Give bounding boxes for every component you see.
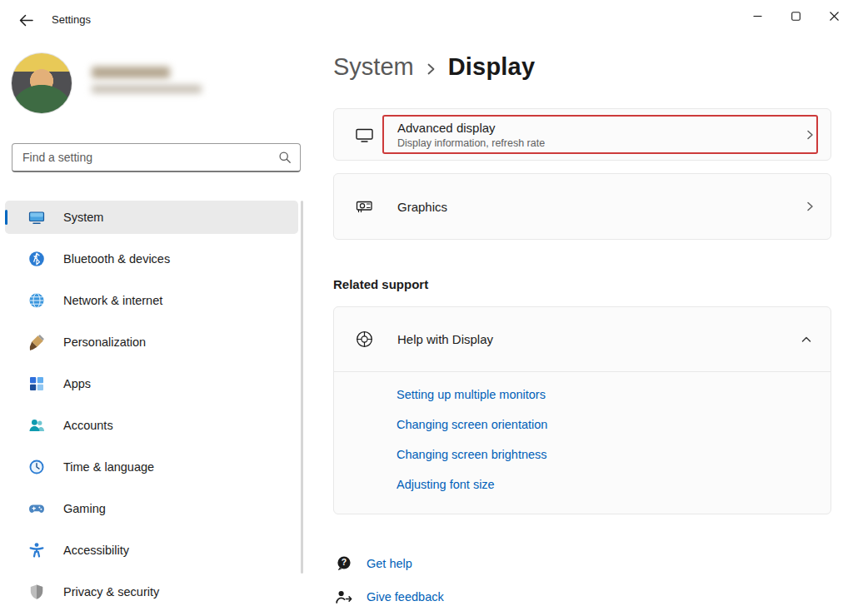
sidebar-item-label: Network & internet <box>63 294 162 307</box>
maximize-icon <box>791 12 801 21</box>
window-title: Settings <box>52 13 91 26</box>
sidebar-item-apps[interactable]: Apps <box>5 367 298 400</box>
sidebar-item-label: System <box>63 211 103 224</box>
help-lifebuoy-icon <box>354 330 374 350</box>
feedback-icon <box>335 588 353 606</box>
settings-window: Settings <box>0 0 853 616</box>
help-with-display-card: Help with Display Setting up multiple mo… <box>333 306 831 514</box>
sidebar-item-label: Bluetooth & devices <box>63 252 170 266</box>
sidebar-item-network-internet[interactable]: Network & internet <box>5 284 298 317</box>
gamepad-icon <box>28 500 45 517</box>
graphics-gpu-icon <box>354 196 374 216</box>
breadcrumb-system[interactable]: System <box>333 53 414 81</box>
sidebar-item-accounts[interactable]: Accounts <box>5 409 298 442</box>
sidebar-item-label: Personalization <box>63 335 146 349</box>
back-button[interactable] <box>10 7 42 32</box>
advanced-display-card[interactable]: Advanced display Display information, re… <box>333 108 831 161</box>
get-help-link[interactable]: ? Get help <box>335 554 412 573</box>
sidebar-item-label: Time & language <box>63 460 154 474</box>
titlebar: Settings <box>0 0 853 40</box>
apps-grid-icon <box>28 375 45 392</box>
give-feedback-link[interactable]: Give feedback <box>335 588 444 606</box>
sidebar-item-label: Accessibility <box>63 544 129 557</box>
help-links-list: Setting up multiple monitors Changing sc… <box>334 372 831 514</box>
sidebar-scrollbar[interactable] <box>301 201 303 574</box>
maximize-button[interactable] <box>776 0 815 32</box>
sidebar-item-label: Gaming <box>63 502 106 515</box>
sidebar-item-label: Privacy & security <box>63 585 159 599</box>
sidebar-item-accessibility[interactable]: Accessibility <box>5 534 298 567</box>
sidebar-item-personalization[interactable]: Personalization <box>5 325 298 359</box>
minimize-icon <box>753 12 762 21</box>
shield-icon <box>28 584 45 600</box>
sidebar-item-label: Accounts <box>63 419 113 432</box>
back-arrow-icon <box>19 14 33 27</box>
sidebar-item-label: Apps <box>63 377 91 390</box>
svg-text:?: ? <box>342 557 347 567</box>
sidebar-item-gaming[interactable]: Gaming <box>5 492 298 525</box>
graphics-card[interactable]: Graphics <box>333 173 831 240</box>
help-link-font-size[interactable]: Adjusting font size <box>397 475 495 494</box>
user-avatar <box>12 53 72 113</box>
page-title: Display <box>448 53 536 81</box>
accounts-people-icon <box>28 417 45 434</box>
related-support-heading: Related support <box>333 277 428 291</box>
system-icon <box>28 209 45 226</box>
globe-icon <box>28 292 45 309</box>
sidebar-item-system[interactable]: System <box>5 201 298 234</box>
advanced-display-subtitle: Display information, refresh rate <box>397 137 545 149</box>
give-feedback-label: Give feedback <box>367 590 444 604</box>
breadcrumb-chevron-icon <box>426 62 436 77</box>
bluetooth-icon <box>28 251 45 267</box>
chevron-right-icon <box>805 129 816 141</box>
chevron-up-icon <box>801 335 812 345</box>
sidebar-item-bluetooth-devices[interactable]: Bluetooth & devices <box>5 242 298 276</box>
sidebar-nav: System Bluetooth & devices Network & int… <box>5 201 298 616</box>
accessibility-person-icon <box>28 542 45 559</box>
sidebar-item-privacy-security[interactable]: Privacy & security <box>5 575 298 609</box>
window-controls <box>738 0 853 32</box>
advanced-display-monitor-icon <box>354 125 374 145</box>
help-link-multiple-monitors[interactable]: Setting up multiple monitors <box>397 385 546 404</box>
user-email-blurred <box>92 85 202 93</box>
breadcrumb: System Display <box>333 53 535 81</box>
get-help-icon: ? <box>335 554 353 573</box>
paintbrush-icon <box>28 334 45 350</box>
graphics-title: Graphics <box>397 200 447 214</box>
clock-icon <box>28 459 45 475</box>
sidebar-item-time-language[interactable]: Time & language <box>5 450 298 484</box>
help-link-screen-orientation[interactable]: Changing screen orientation <box>397 415 547 434</box>
close-icon <box>830 12 839 21</box>
help-card-header[interactable]: Help with Display <box>334 307 831 372</box>
user-name-blurred <box>92 67 170 78</box>
search-icon <box>278 151 292 164</box>
advanced-display-title: Advanced display <box>397 121 545 135</box>
close-button[interactable] <box>815 0 853 32</box>
help-link-screen-brightness[interactable]: Changing screen brightness <box>397 445 547 464</box>
help-card-title: Help with Display <box>397 332 493 346</box>
get-help-label: Get help <box>367 557 412 570</box>
chevron-right-icon <box>805 201 816 212</box>
minimize-button[interactable] <box>738 0 776 32</box>
search-input[interactable] <box>22 151 278 164</box>
search-box <box>12 143 301 172</box>
